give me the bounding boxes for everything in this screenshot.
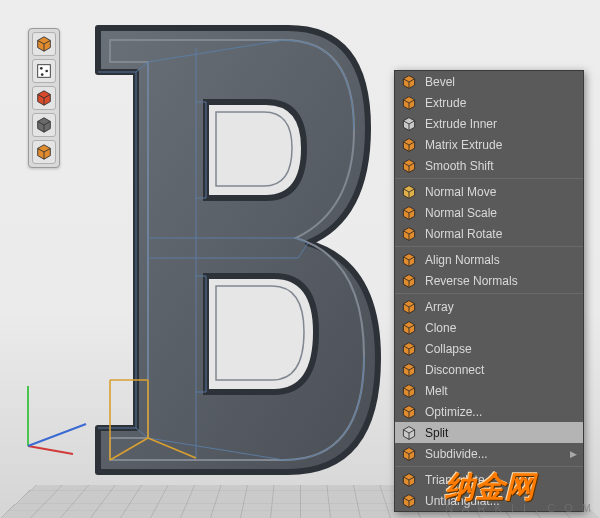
menu-item-label: Clone — [425, 321, 577, 335]
mode-vertex-icon[interactable] — [32, 86, 56, 110]
menu-item-label: Subdivide... — [425, 447, 562, 461]
menu-separator — [395, 466, 583, 467]
menu-item-label: Disconnect — [425, 363, 577, 377]
menu-item-triangulate[interactable]: Triangulate — [395, 469, 583, 490]
menu-item-optimize[interactable]: Optimize... — [395, 401, 583, 422]
submenu-arrow-icon: ▶ — [570, 449, 577, 459]
svg-point-5 — [45, 70, 48, 73]
menu-separator — [395, 178, 583, 179]
menu-item-label: Untriangulat... — [425, 494, 577, 508]
extrude-icon — [401, 95, 417, 111]
disconnect-icon — [401, 362, 417, 378]
melt-icon — [401, 383, 417, 399]
menu-item-label: Extrude Inner — [425, 117, 577, 131]
menu-item-label: Triangulate — [425, 473, 577, 487]
mode-face-icon[interactable] — [32, 140, 56, 164]
menu-item-label: Smooth Shift — [425, 159, 577, 173]
mode-texture-icon[interactable] — [32, 59, 56, 83]
menu-item-matrix-extrude[interactable]: Matrix Extrude — [395, 134, 583, 155]
svg-rect-3 — [38, 65, 51, 78]
extrude-inner-icon — [401, 116, 417, 132]
bevel-icon — [401, 74, 417, 90]
normal-rotate-icon — [401, 226, 417, 242]
split-icon — [401, 425, 417, 441]
matrix-extrude-icon — [401, 137, 417, 153]
menu-item-reverse-normals[interactable]: Reverse Normals — [395, 270, 583, 291]
menu-item-label: Matrix Extrude — [425, 138, 577, 152]
normal-move-icon — [401, 184, 417, 200]
menu-item-extrude[interactable]: Extrude — [395, 92, 583, 113]
mode-edge-icon[interactable] — [32, 113, 56, 137]
menu-item-array[interactable]: Array — [395, 296, 583, 317]
triangulate-icon — [401, 472, 417, 488]
menu-item-smooth-shift[interactable]: Smooth Shift — [395, 155, 583, 176]
svg-point-4 — [40, 67, 43, 70]
menu-item-subdivide[interactable]: Subdivide...▶ — [395, 443, 583, 464]
svg-line-2 — [28, 424, 86, 446]
menu-item-label: Extrude — [425, 96, 577, 110]
mesh-letter-b[interactable] — [88, 18, 388, 482]
menu-item-align-normals[interactable]: Align Normals — [395, 249, 583, 270]
menu-item-untriangulat[interactable]: Untriangulat... — [395, 490, 583, 511]
menu-item-label: Melt — [425, 384, 577, 398]
subdivide-icon — [401, 446, 417, 462]
menu-item-bevel[interactable]: Bevel — [395, 71, 583, 92]
untriangulate-icon — [401, 493, 417, 509]
menu-item-label: Normal Scale — [425, 206, 577, 220]
axis-gizmo — [18, 376, 98, 456]
menu-item-label: Reverse Normals — [425, 274, 577, 288]
menu-separator — [395, 293, 583, 294]
collapse-icon — [401, 341, 417, 357]
align-normals-icon — [401, 252, 417, 268]
menu-item-label: Array — [425, 300, 577, 314]
menu-item-label: Normal Rotate — [425, 227, 577, 241]
reverse-normals-icon — [401, 273, 417, 289]
svg-point-6 — [41, 73, 44, 76]
smooth-shift-icon — [401, 158, 417, 174]
menu-item-label: Split — [425, 426, 577, 440]
menu-item-split[interactable]: Split — [395, 422, 583, 443]
menu-item-extrude-inner[interactable]: Extrude Inner — [395, 113, 583, 134]
menu-item-clone[interactable]: Clone — [395, 317, 583, 338]
menu-item-label: Bevel — [425, 75, 577, 89]
menu-item-label: Optimize... — [425, 405, 577, 419]
mode-object-icon[interactable] — [32, 32, 56, 56]
optimize-icon — [401, 404, 417, 420]
menu-item-melt[interactable]: Melt — [395, 380, 583, 401]
svg-line-1 — [28, 446, 73, 454]
menu-item-normal-move[interactable]: Normal Move — [395, 181, 583, 202]
clone-icon — [401, 320, 417, 336]
menu-item-normal-rotate[interactable]: Normal Rotate — [395, 223, 583, 244]
polygon-context-menu: BevelExtrudeExtrude InnerMatrix ExtrudeS… — [394, 70, 584, 512]
array-icon — [401, 299, 417, 315]
menu-item-label: Align Normals — [425, 253, 577, 267]
menu-item-label: Normal Move — [425, 185, 577, 199]
menu-separator — [395, 246, 583, 247]
menu-item-collapse[interactable]: Collapse — [395, 338, 583, 359]
selection-mode-toolbar — [28, 28, 60, 168]
menu-item-label: Collapse — [425, 342, 577, 356]
menu-item-normal-scale[interactable]: Normal Scale — [395, 202, 583, 223]
menu-item-disconnect[interactable]: Disconnect — [395, 359, 583, 380]
normal-scale-icon — [401, 205, 417, 221]
